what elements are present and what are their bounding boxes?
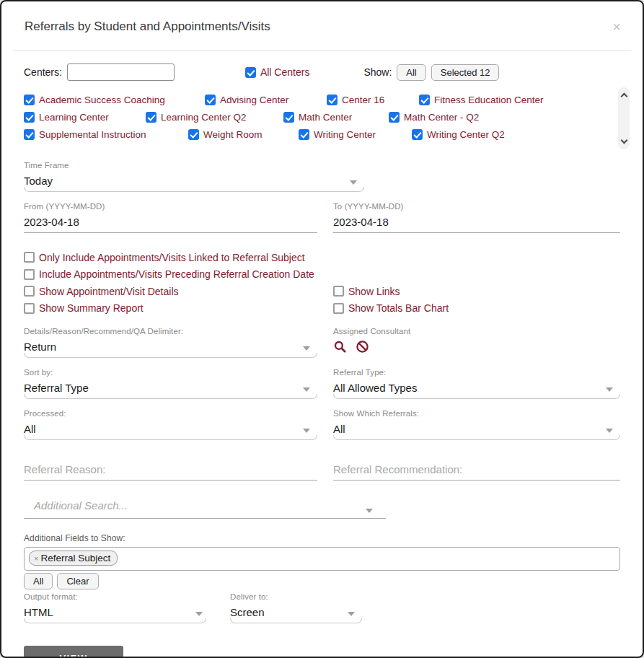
center-checkbox[interactable] xyxy=(327,95,338,105)
center-item[interactable]: Math Center xyxy=(283,112,389,123)
chevron-down-icon xyxy=(606,429,613,433)
center-checkbox[interactable] xyxy=(299,129,309,140)
all-centers-label: All Centers xyxy=(260,66,309,78)
preceding-checkbox[interactable] xyxy=(24,269,35,280)
center-item[interactable]: Writing Center xyxy=(299,129,412,140)
dialog-header: Referrals by Student and Appointments/Vi… xyxy=(1,1,643,51)
totals-chart-checkbox[interactable] xyxy=(333,303,344,314)
date-to-label: To (YYYY-MM-DD) xyxy=(333,202,620,211)
search-icon[interactable] xyxy=(333,340,347,354)
all-centers-checkbox[interactable] xyxy=(245,67,256,78)
center-checkbox[interactable] xyxy=(389,112,400,123)
fields-clear-button[interactable]: Clear xyxy=(57,573,98,589)
show-which-value: All xyxy=(333,423,620,435)
additional-fields-label: Additional Fields to Show: xyxy=(24,533,620,543)
additional-search-select[interactable]: Additional Search... xyxy=(24,499,386,519)
show-which-select[interactable]: Show Which Referrals: All xyxy=(333,409,620,440)
delimiter-select[interactable]: Details/Reason/Recommend/QA Delimiter: R… xyxy=(24,327,317,358)
totals-chart-option[interactable]: Show Totals Bar Chart xyxy=(333,302,449,314)
center-item[interactable]: Learning Center Q2 xyxy=(146,112,283,123)
center-checkbox[interactable] xyxy=(24,95,35,105)
center-item[interactable]: Advising Center xyxy=(205,95,327,105)
show-details-option[interactable]: Show Appointment/Visit Details xyxy=(24,286,333,297)
center-checkbox[interactable] xyxy=(146,112,156,123)
center-checkbox[interactable] xyxy=(24,112,35,123)
deliver-to-label: Deliver to: xyxy=(230,592,362,601)
center-item[interactable]: Learning Center xyxy=(24,112,146,123)
chevron-down-icon xyxy=(606,387,613,392)
center-item[interactable]: Fitness Education Center xyxy=(419,95,586,105)
time-frame-label: Time Frame xyxy=(24,161,364,170)
center-checkbox[interactable] xyxy=(205,95,216,105)
date-to-field[interactable]: To (YYYY-MM-DD) 2023-04-18 xyxy=(333,202,620,233)
sort-by-value: Referral Type xyxy=(24,382,317,394)
chevron-down-icon xyxy=(303,429,310,433)
center-item[interactable]: Math Center - Q2 xyxy=(389,112,586,123)
show-all-button[interactable]: All xyxy=(397,64,425,81)
referral-recommendation-field[interactable]: Referral Recommendation: xyxy=(333,463,620,481)
center-checkbox[interactable] xyxy=(412,129,423,140)
show-details-checkbox[interactable] xyxy=(24,286,35,297)
fields-all-button[interactable]: All xyxy=(24,573,53,589)
processed-select[interactable]: Processed: All xyxy=(24,409,317,440)
field-chip[interactable]: × Referral Subject xyxy=(29,550,118,566)
referral-type-value: All Allowed Types xyxy=(333,382,620,394)
processed-value: All xyxy=(24,423,317,435)
center-item[interactable]: Weight Room xyxy=(188,129,299,140)
show-which-label: Show Which Referrals: xyxy=(333,409,620,418)
center-checkbox[interactable] xyxy=(283,112,294,123)
referral-reason-placeholder: Referral Reason: xyxy=(24,463,317,475)
centers-scrollbar[interactable] xyxy=(618,87,630,149)
center-item[interactable]: Center 16 xyxy=(327,95,419,105)
center-checkbox[interactable] xyxy=(419,95,430,105)
chevron-down-icon xyxy=(195,612,203,616)
output-format-select[interactable]: Output format: HTML xyxy=(24,592,206,623)
referral-type-select[interactable]: Referral Type: All Allowed Types xyxy=(333,368,620,399)
chip-remove-icon[interactable]: × xyxy=(34,554,38,563)
date-from-value: 2023-04-18 xyxy=(24,216,317,228)
date-to-value: 2023-04-18 xyxy=(333,216,620,228)
chevron-down-icon xyxy=(303,387,310,392)
show-links-option[interactable]: Show Links xyxy=(333,286,400,297)
center-item[interactable]: Academic Success Coaching xyxy=(24,95,205,105)
referral-reason-field[interactable]: Referral Reason: xyxy=(24,463,317,481)
only-linked-option[interactable]: Only Include Appointments/Visits Linked … xyxy=(24,252,305,263)
centers-filter-row: Centers: All Centers Show: All Selected … xyxy=(24,63,620,82)
referrals-dialog: Referrals by Student and Appointments/Vi… xyxy=(0,0,644,658)
chevron-down-icon xyxy=(366,509,373,513)
summary-report-option[interactable]: Show Summary Report xyxy=(24,302,333,314)
sort-by-select[interactable]: Sort by: Referral Type xyxy=(24,368,317,399)
referral-type-label: Referral Type: xyxy=(333,368,620,377)
view-button[interactable]: VIEW xyxy=(24,646,123,658)
time-frame-select[interactable]: Time Frame Today xyxy=(24,161,364,192)
center-item[interactable]: Writing Center Q2 xyxy=(412,129,586,140)
summary-report-checkbox[interactable] xyxy=(24,303,35,314)
only-linked-checkbox[interactable] xyxy=(24,252,35,263)
center-checkbox[interactable] xyxy=(188,129,199,140)
centers-label: Centers: xyxy=(24,66,62,78)
time-frame-value: Today xyxy=(24,175,364,187)
chevron-down-icon xyxy=(348,612,355,616)
scroll-up-icon[interactable] xyxy=(620,93,627,100)
deliver-to-select[interactable]: Deliver to: Screen xyxy=(230,592,362,623)
scroll-down-icon[interactable] xyxy=(620,137,627,144)
date-from-field[interactable]: From (YYYY-MM-DD) 2023-04-18 xyxy=(24,202,317,233)
assigned-consultant-group: Assigned Consultant xyxy=(333,327,620,358)
close-icon[interactable]: × xyxy=(612,19,621,34)
preceding-option[interactable]: Include Appointments/Visits Preceding Re… xyxy=(24,268,314,280)
additional-search-placeholder: Additional Search... xyxy=(24,499,386,512)
additional-fields-box[interactable]: × Referral Subject xyxy=(24,547,620,571)
dialog-title: Referrals by Student and Appointments/Vi… xyxy=(25,19,270,34)
show-selected-button[interactable]: Selected 12 xyxy=(431,64,500,81)
clear-prohibit-icon[interactable] xyxy=(356,340,369,354)
show-links-checkbox[interactable] xyxy=(333,286,344,297)
referral-recommendation-placeholder: Referral Recommendation: xyxy=(333,463,620,475)
processed-label: Processed: xyxy=(24,409,317,418)
center-checkbox[interactable] xyxy=(24,129,35,140)
date-from-label: From (YYYY-MM-DD) xyxy=(24,202,317,211)
centers-input[interactable] xyxy=(67,63,175,81)
output-format-value: HTML xyxy=(24,606,206,618)
show-label: Show: xyxy=(363,66,392,78)
center-item[interactable]: Supplemental Instruction xyxy=(24,129,188,140)
deliver-to-value: Screen xyxy=(230,606,362,618)
